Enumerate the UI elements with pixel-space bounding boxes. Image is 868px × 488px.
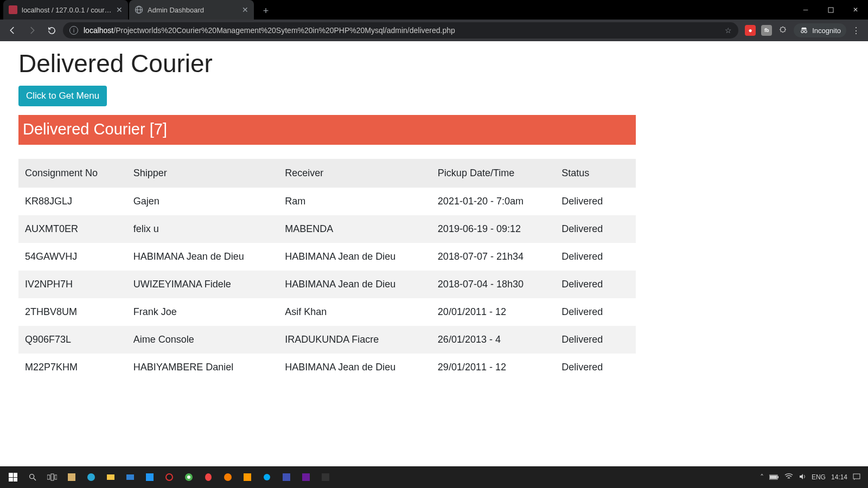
col-shipper: Shipper: [127, 159, 279, 188]
cell-status: Delivered: [555, 243, 636, 271]
volume-icon[interactable]: [799, 473, 806, 482]
cell-consignment: KR88JGLJ: [18, 188, 127, 215]
close-icon[interactable]: ✕: [116, 5, 123, 14]
chevron-up-icon[interactable]: ˄: [760, 473, 764, 481]
app-icon[interactable]: [62, 466, 81, 488]
svg-rect-12: [68, 473, 75, 481]
cell-receiver: HABIMANA Jean de Dieu: [278, 354, 431, 381]
extension-icon[interactable]: fb: [761, 25, 772, 36]
app-icon[interactable]: [277, 466, 296, 488]
table-row: Q906F73LAime ConsoleIRADUKUNDA Fiacre26/…: [18, 326, 636, 354]
svg-rect-26: [322, 473, 329, 481]
panel: Delivered Courier [7] Consignment No Shi…: [18, 115, 636, 381]
chrome-icon[interactable]: [179, 466, 199, 488]
clock[interactable]: 14:14: [831, 473, 847, 481]
table-row: IV2NPH7HUWIZEYIMANA FideleHABIMANA Jean …: [18, 271, 636, 298]
reload-button[interactable]: [43, 22, 60, 38]
menu-icon[interactable]: ⋮: [852, 25, 860, 36]
incognito-badge[interactable]: Incognito: [794, 23, 846, 37]
svg-rect-15: [126, 474, 134, 480]
cell-shipper: felix u: [127, 215, 279, 243]
browser-titlebar: localhost / 127.0.0.1 / courier_db ✕ Adm…: [0, 0, 868, 20]
mail-icon[interactable]: [120, 466, 140, 488]
panel-heading: Delivered Courier [7]: [18, 115, 636, 145]
cell-status: Delivered: [555, 354, 636, 381]
close-icon[interactable]: ✕: [242, 5, 248, 14]
svg-rect-10: [51, 474, 54, 480]
system-tray[interactable]: ˄ ENG 14:14: [760, 473, 865, 482]
app-icon[interactable]: [140, 466, 159, 488]
app-icon[interactable]: [159, 466, 179, 488]
address-bar[interactable]: i localhost/Projectworlds%20Courier%20Ma…: [63, 22, 738, 38]
browser-toolbar: i localhost/Projectworlds%20Courier%20Ma…: [0, 20, 868, 41]
get-menu-button[interactable]: Click to Get Menu: [18, 86, 107, 106]
table-row: 2THBV8UMFrank JoeAsif Khan20/01/2011 - 1…: [18, 298, 636, 326]
search-icon[interactable]: [23, 466, 42, 488]
svg-point-6: [805, 30, 807, 33]
bookmark-icon[interactable]: ☆: [725, 26, 732, 35]
cell-status: Delivered: [555, 188, 636, 215]
app-icon[interactable]: [257, 466, 277, 488]
cell-receiver: Ram: [278, 188, 431, 215]
cell-shipper: UWIZEYIMANA Fidele: [127, 271, 279, 298]
cell-receiver: Asif Khan: [278, 298, 431, 326]
explorer-icon[interactable]: [101, 466, 120, 488]
extensions-icon[interactable]: [777, 25, 788, 36]
svg-point-23: [264, 474, 270, 480]
svg-rect-30: [853, 474, 860, 479]
app-icon[interactable]: [296, 466, 316, 488]
table-row: AUXMT0ERfelix uMABENDA2019-06-19 - 09:12…: [18, 215, 636, 243]
window-controls: ─ ✕: [793, 0, 868, 20]
battery-icon[interactable]: [769, 473, 779, 481]
new-tab-button[interactable]: +: [258, 3, 273, 18]
svg-rect-22: [244, 473, 251, 481]
windows-taskbar: ˄ ENG 14:14: [0, 466, 868, 488]
back-button[interactable]: [4, 22, 21, 38]
svg-rect-25: [302, 473, 310, 481]
tab-active[interactable]: Admin Dashboard ✕: [129, 0, 254, 20]
svg-point-5: [801, 30, 804, 33]
tab-inactive[interactable]: localhost / 127.0.0.1 / courier_db ✕: [3, 0, 128, 20]
svg-rect-4: [828, 8, 833, 12]
language-indicator[interactable]: ENG: [812, 473, 826, 481]
svg-point-7: [30, 474, 34, 479]
forward-button[interactable]: [24, 22, 40, 38]
extension-icon[interactable]: ●: [745, 25, 756, 36]
col-consignment: Consignment No: [18, 159, 127, 188]
opera-icon[interactable]: [199, 466, 218, 488]
app-icon[interactable]: [238, 466, 257, 488]
minimize-button[interactable]: ─: [793, 0, 818, 20]
svg-rect-14: [107, 474, 114, 480]
table-row: 54GAWVHJHABIMANA Jean de DieuHABIMANA Je…: [18, 243, 636, 271]
cell-shipper: Gajen: [127, 188, 279, 215]
cell-consignment: 2THBV8UM: [18, 298, 127, 326]
wifi-icon[interactable]: [784, 473, 793, 481]
notifications-icon[interactable]: [853, 473, 860, 482]
svg-rect-9: [47, 475, 50, 479]
svg-rect-24: [283, 473, 290, 481]
cell-pickup: 29/01/2011 - 12: [431, 354, 555, 381]
cell-consignment: Q906F73L: [18, 326, 127, 354]
start-button[interactable]: [3, 466, 23, 488]
edge-icon[interactable]: [81, 466, 101, 488]
app-icon[interactable]: [316, 466, 335, 488]
courier-table: Consignment No Shipper Receiver Pickup D…: [18, 159, 636, 381]
cell-consignment: IV2NPH7H: [18, 271, 127, 298]
cell-receiver: MABENDA: [278, 215, 431, 243]
col-pickup: Pickup Date/Time: [431, 159, 555, 188]
page-content: Delivered Courier Click to Get Menu Deli…: [0, 41, 868, 466]
firefox-icon[interactable]: [218, 466, 238, 488]
svg-rect-16: [146, 473, 154, 481]
taskview-icon[interactable]: [42, 466, 62, 488]
cell-receiver: IRADUKUNDA Fiacre: [278, 326, 431, 354]
cell-status: Delivered: [555, 271, 636, 298]
svg-rect-11: [55, 475, 57, 479]
cell-pickup: 2021-01-20 - 7:0am: [431, 188, 555, 215]
cell-pickup: 20/01/2011 - 12: [431, 298, 555, 326]
maximize-button[interactable]: [818, 0, 843, 20]
svg-rect-28: [777, 476, 778, 478]
cell-consignment: AUXMT0ER: [18, 215, 127, 243]
info-icon[interactable]: i: [69, 26, 78, 35]
close-button[interactable]: ✕: [843, 0, 868, 20]
tab-title: Admin Dashboard: [148, 6, 238, 14]
